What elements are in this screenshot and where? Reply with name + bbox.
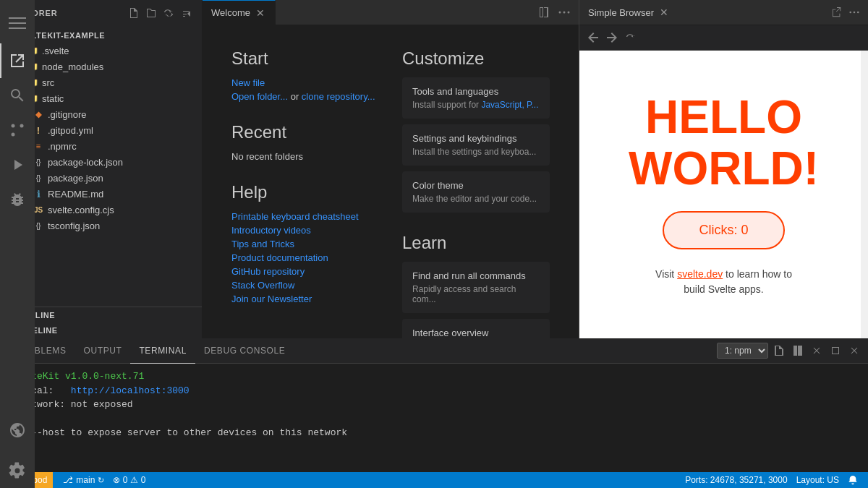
- status-bar: ⬡ Gitpod ⎇ main ↻ ⊗ 0 ⚠ 0 Ports: 24678, …: [0, 472, 868, 488]
- interface-overview-title: Interface overview: [412, 328, 540, 338]
- welcome-left-column: Start New file Open folder... or clone r…: [231, 48, 379, 338]
- svg-point-5: [12, 133, 15, 137]
- activity-bar: [0, 0, 35, 488]
- clicks-button[interactable]: Clicks: 0: [663, 211, 784, 249]
- more-actions-button[interactable]: [556, 5, 573, 20]
- menu-icon[interactable]: [0, 6, 35, 40]
- ports-label: Ports: 24678, 35271, 3000: [685, 475, 787, 485]
- svg-point-8: [563, 12, 566, 14]
- browser-back-button[interactable]: [585, 30, 601, 46]
- tab-welcome[interactable]: Welcome ✕: [203, 0, 276, 25]
- newsletter-link[interactable]: Join our Newsletter: [231, 294, 379, 304]
- layout-status[interactable]: Layout: US: [792, 472, 843, 488]
- collapse-all-button[interactable]: [179, 6, 193, 20]
- open-folder-link[interactable]: Open folder...: [231, 91, 288, 102]
- branch-status[interactable]: ⎇ main ↻: [59, 472, 109, 488]
- editor-tabs-bar: Welcome ✕: [203, 0, 579, 25]
- help-title: Help: [231, 182, 379, 202]
- warnings-label: ⚠ 0: [130, 475, 145, 485]
- browser-more-actions-button[interactable]: [846, 6, 862, 19]
- kill-terminal-button[interactable]: [809, 343, 825, 359]
- tab-output[interactable]: OUTPUT: [75, 338, 131, 364]
- new-file-button[interactable]: [127, 6, 141, 20]
- svg-rect-0: [9, 17, 26, 19]
- settings-keybindings-card[interactable]: Settings and keybindings Install the set…: [402, 124, 550, 166]
- welcome-help-section: Help Printable keyboard cheatsheet Intro…: [231, 182, 379, 304]
- browser-refresh-button[interactable]: [623, 30, 639, 46]
- tab-debug-console[interactable]: DEBUG CONSOLE: [195, 338, 294, 364]
- color-theme-card-title: Color theme: [412, 180, 540, 191]
- errors-warnings-status[interactable]: ⊗ 0 ⚠ 0: [109, 472, 150, 488]
- notification-bell[interactable]: [843, 472, 862, 488]
- simple-browser-tab[interactable]: Simple Browser ✕: [579, 0, 678, 25]
- terminal-select[interactable]: 1: npm: [717, 343, 768, 359]
- welcome-learn-section: Learn Find and run all commands Rapidly …: [402, 233, 550, 338]
- settings-card-desc: Install the settings and keyboa...: [412, 147, 540, 157]
- new-terminal-button[interactable]: [771, 343, 787, 359]
- bottom-panel: PROBLEMS OUTPUT TERMINAL DEBUG CONSOLE 1…: [0, 338, 868, 472]
- find-commands-card[interactable]: Find and run all commands Rapidly access…: [402, 262, 550, 313]
- settings-activity-icon[interactable]: [0, 453, 35, 488]
- terminal-localhost-url: http://localhost:3000: [71, 385, 190, 396]
- find-commands-title: Find and run all commands: [412, 270, 540, 281]
- split-editor-button[interactable]: [535, 5, 553, 20]
- svg-point-4: [20, 124, 24, 128]
- welcome-content: Start New file Open folder... or clone r…: [203, 25, 579, 338]
- tools-languages-card[interactable]: Tools and languages Install support for …: [402, 77, 550, 119]
- stackoverflow-link[interactable]: Stack Overflow: [231, 280, 379, 291]
- github-repo-link[interactable]: GitHub repository: [231, 266, 379, 277]
- browser-tab-close-button[interactable]: ✕: [658, 7, 670, 18]
- refresh-button[interactable]: [161, 6, 176, 20]
- remote-activity-icon[interactable]: [0, 413, 35, 448]
- tab-welcome-label: Welcome: [211, 7, 250, 18]
- welcome-customize-section: Customize Tools and languages Install su…: [402, 48, 550, 213]
- svg-point-12: [857, 12, 859, 14]
- tips-tricks-link[interactable]: Tips and Tricks: [231, 239, 379, 249]
- browser-forward-button[interactable]: [604, 30, 620, 46]
- clone-repo-link[interactable]: clone repository...: [302, 91, 375, 102]
- welcome-right-column: Customize Tools and languages Install su…: [402, 48, 550, 338]
- customize-title: Customize: [402, 48, 550, 69]
- terminal-line-3: network: not exposed: [9, 398, 859, 412]
- svg-point-10: [849, 12, 851, 14]
- intro-videos-link[interactable]: Introductory videos: [231, 225, 379, 236]
- welcome-recent-section: Recent No recent folders: [231, 122, 379, 162]
- product-docs-link[interactable]: Product documentation: [231, 252, 379, 263]
- tab-terminal[interactable]: TERMINAL: [130, 338, 195, 364]
- browser-scrollbar[interactable]: [861, 51, 868, 338]
- split-terminal-button[interactable]: [790, 343, 806, 359]
- interface-overview-card[interactable]: Interface overview Get a visual overlay …: [402, 319, 550, 338]
- or-separator: or: [291, 91, 302, 102]
- svg-point-11: [854, 12, 856, 14]
- explorer-activity-icon[interactable]: [0, 43, 35, 78]
- tab-close-button[interactable]: ✕: [255, 7, 266, 19]
- ports-status[interactable]: Ports: 24678, 35271, 3000: [681, 472, 791, 488]
- sync-icon: ↻: [98, 476, 104, 485]
- recent-title: Recent: [231, 122, 379, 142]
- branch-icon: ⎇: [63, 475, 73, 485]
- browser-content: HELLOWORLD! Clicks: 0 Visit svelte.dev t…: [579, 51, 868, 338]
- browser-tab-actions: [829, 6, 868, 19]
- terminal-line-5: Use --host to expose server to other dev…: [9, 426, 859, 440]
- learn-title: Learn: [402, 233, 550, 253]
- start-title: Start: [231, 48, 379, 69]
- keyboard-cheatsheet-link[interactable]: Printable keyboard cheatsheet: [231, 211, 379, 222]
- new-folder-button[interactable]: [144, 6, 158, 20]
- layout-label: Layout: US: [796, 475, 839, 485]
- run-activity-icon[interactable]: [0, 147, 35, 182]
- browser-tabs-bar: Simple Browser ✕: [579, 0, 868, 25]
- color-theme-card[interactable]: Color theme Make the editor and your cod…: [402, 171, 550, 213]
- no-recent-text: No recent folders: [231, 151, 303, 162]
- browser-toolbar: [579, 25, 868, 51]
- branch-label: main: [76, 475, 95, 485]
- maximize-panel-button[interactable]: [827, 343, 843, 359]
- svg-rect-2: [9, 27, 26, 29]
- search-activity-icon[interactable]: [0, 78, 35, 113]
- extensions-activity-icon[interactable]: [0, 182, 35, 217]
- browser-open-external-button[interactable]: [829, 6, 845, 19]
- svelte-dev-link[interactable]: svelte.dev: [677, 268, 723, 280]
- new-file-link[interactable]: New file: [231, 77, 379, 88]
- browser-footer-text: Visit svelte.dev to learn how tobuild Sv…: [655, 267, 792, 297]
- source-control-activity-icon[interactable]: [0, 113, 35, 147]
- close-panel-button[interactable]: [846, 343, 862, 359]
